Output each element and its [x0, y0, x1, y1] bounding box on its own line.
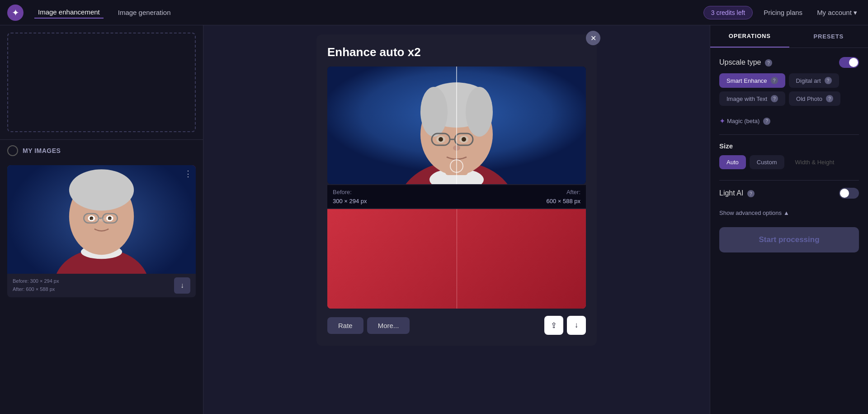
- image-card[interactable]: enhance ⋮ Before: 300 × 294 px After: 60…: [7, 165, 196, 297]
- magic-beta-section: ✦ Magic (beta) ?: [719, 117, 859, 125]
- nav-image-enhancement[interactable]: Image enhancement: [34, 6, 104, 19]
- light-ai-row: Light AI ?: [719, 188, 859, 199]
- more-button[interactable]: More...: [367, 317, 410, 334]
- svg-point-5: [69, 169, 134, 210]
- smart-enhance-info-icon[interactable]: ?: [771, 77, 778, 84]
- logo: ✦: [7, 5, 24, 21]
- my-images-icon: [7, 145, 18, 156]
- divider-1: [719, 134, 859, 135]
- before-after-bar: Before: 300 × 294 px After: 600 × 588 px: [327, 185, 586, 208]
- size-label: Size: [719, 142, 859, 150]
- option-digital-art[interactable]: Digital art ?: [789, 73, 839, 88]
- share-icon: ⇪: [551, 321, 557, 330]
- tabs-row: OPERATIONS PRESETS: [710, 25, 868, 48]
- card-download-button[interactable]: ↓: [174, 277, 190, 294]
- option-smart-enhance[interactable]: Smart Enhance ?: [719, 73, 785, 88]
- download-button[interactable]: ↓: [567, 316, 586, 335]
- modal-actions: Rate More... ⇪ ↓: [327, 316, 586, 335]
- modal-close-button[interactable]: ✕: [586, 31, 600, 45]
- credits-badge: 3 credits left: [703, 6, 753, 19]
- upscale-type-info-icon[interactable]: ?: [765, 59, 772, 67]
- size-section: Size Auto Custom Width & Height: [719, 142, 859, 169]
- magic-info-icon[interactable]: ?: [763, 118, 770, 125]
- upscale-options: Smart Enhance ? Digital art ? Image with…: [719, 73, 859, 106]
- action-right: ⇪ ↓: [544, 316, 586, 335]
- size-auto[interactable]: Auto: [719, 155, 746, 169]
- image-with-text-info-icon[interactable]: ?: [771, 95, 778, 102]
- light-ai-section: Light AI ?: [719, 188, 859, 199]
- svg-point-27: [462, 137, 466, 142]
- svg-point-19: [420, 87, 448, 137]
- svg-point-26: [439, 137, 443, 142]
- nav-right: 3 credits left Pricing plans My account …: [703, 6, 861, 19]
- modal-title: Enhance auto x2: [327, 45, 586, 59]
- top-nav: ✦ Image enhancement Image generation 3 c…: [0, 0, 868, 25]
- rate-button[interactable]: Rate: [327, 317, 363, 334]
- upscale-type-label: Upscale type ?: [719, 58, 772, 67]
- image-card-info: Before: 300 × 294 px After: 600 × 588 px…: [7, 274, 196, 297]
- image-comparison-top: [327, 67, 586, 184]
- svg-point-30: [450, 160, 463, 172]
- watermark: enhance: [91, 216, 112, 223]
- upload-area[interactable]: [7, 33, 196, 132]
- nav-image-generation[interactable]: Image generation: [114, 7, 175, 18]
- size-options: Auto Custom Width & Height: [719, 155, 859, 169]
- light-ai-info-icon[interactable]: ?: [747, 190, 755, 197]
- download-icon: ↓: [575, 321, 579, 330]
- comparison-top-svg: [327, 67, 586, 184]
- my-images-header: MY IMAGES: [0, 139, 203, 162]
- size-custom[interactable]: Custom: [750, 155, 784, 169]
- option-image-with-text[interactable]: Image with Text ?: [719, 91, 785, 106]
- bottom-after: [457, 209, 586, 309]
- magic-star-icon: ✦: [719, 117, 725, 125]
- start-processing-button[interactable]: Start processing: [719, 227, 859, 252]
- image-comparison-bottom: [327, 209, 586, 309]
- main-layout: MY IMAGES: [0, 25, 868, 414]
- option-old-photo[interactable]: Old Photo ?: [789, 91, 840, 106]
- my-images-label: MY IMAGES: [23, 147, 61, 154]
- tab-presets[interactable]: PRESETS: [789, 25, 868, 48]
- bottom-before: [327, 209, 457, 309]
- modal-card: ✕ Enhance auto x2: [316, 34, 597, 346]
- action-left: Rate More...: [327, 317, 410, 334]
- svg-point-20: [466, 87, 493, 137]
- right-sidebar: OPERATIONS PRESETS Upscale type ? Smart …: [710, 25, 868, 414]
- divider-2: [719, 180, 859, 181]
- three-dots-menu[interactable]: ⋮: [184, 169, 192, 179]
- show-advanced-options[interactable]: Show advanced options ▲: [719, 209, 859, 216]
- pricing-plans-button[interactable]: Pricing plans: [760, 7, 806, 18]
- light-ai-toggle[interactable]: [839, 188, 859, 199]
- my-account-button[interactable]: My account ▾: [813, 7, 861, 19]
- image-thumbnail: enhance ⋮: [7, 165, 196, 274]
- upscale-type-section: Upscale type ?: [719, 57, 859, 68]
- digital-art-info-icon[interactable]: ?: [825, 77, 832, 84]
- after-info: After: 600 × 588 px: [546, 188, 580, 205]
- tab-operations[interactable]: OPERATIONS: [710, 25, 789, 48]
- right-content: Upscale type ? Smart Enhance ? Digital a…: [710, 48, 868, 414]
- before-info: Before: 300 × 294 px: [333, 188, 367, 205]
- share-button[interactable]: ⇪: [544, 316, 563, 335]
- upscale-type-toggle[interactable]: [839, 57, 859, 68]
- left-sidebar: MY IMAGES: [0, 25, 203, 414]
- light-ai-label: Light AI ?: [719, 189, 755, 198]
- bottom-comparison-img: [327, 209, 586, 309]
- advanced-chevron-icon: ▲: [783, 209, 789, 216]
- size-width-height[interactable]: Width & Height: [788, 155, 842, 169]
- center-area: ✕ Enhance auto x2: [203, 25, 710, 414]
- old-photo-info-icon[interactable]: ?: [826, 95, 833, 102]
- image-card-dims: Before: 300 × 294 px After: 600 × 588 px: [13, 277, 59, 293]
